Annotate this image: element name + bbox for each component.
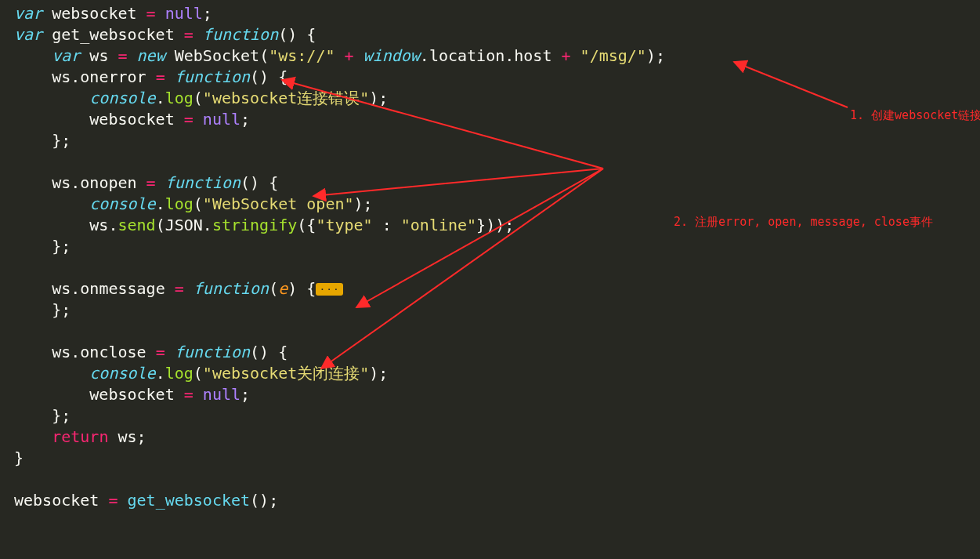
keyword-function: function (175, 343, 250, 361)
builtin-window: window (363, 46, 420, 65)
builtin-console: console (89, 194, 155, 213)
brace: { (278, 343, 287, 361)
string: "/msg/" (580, 46, 646, 65)
punct: : (382, 216, 392, 234)
param: e (278, 279, 287, 298)
punct: . (504, 46, 514, 65)
punct: . (71, 343, 80, 361)
ident: ws (52, 279, 71, 298)
string: "WebSocket open" (203, 194, 354, 213)
keyword-new: new (137, 46, 165, 65)
keyword-function: function (193, 279, 269, 298)
punct: ; (203, 4, 212, 23)
punct: . (203, 216, 212, 234)
ident: ws (52, 67, 71, 86)
prop: onopen (80, 173, 136, 192)
fn-call: get_websocket (128, 491, 251, 510)
paren: ) (287, 279, 297, 298)
brace: }; (52, 131, 71, 150)
punct: . (108, 216, 118, 234)
string: "websocket连接错误" (203, 89, 369, 107)
operator: = (156, 67, 165, 86)
method: stringify (212, 216, 297, 234)
operator: + (562, 46, 571, 65)
punct: ; (240, 385, 250, 404)
ident: websocket (89, 110, 174, 129)
prop: host (514, 46, 551, 65)
prop: onmessage (80, 279, 165, 298)
paren: () (240, 173, 259, 192)
method: log (165, 194, 193, 213)
paren: ( (193, 194, 203, 213)
annotation-1: 1. 创建websocket链接 (850, 108, 980, 123)
ident: ws (89, 46, 108, 65)
paren: () (250, 343, 269, 361)
brace: { (306, 25, 316, 44)
brace: }; (52, 237, 71, 256)
literal-null: null (203, 110, 240, 129)
ident: websocket (14, 491, 99, 510)
paren: ); (369, 364, 388, 383)
paren: ( (193, 89, 203, 107)
keyword-function: function (175, 67, 250, 86)
string: "websocket关闭连接" (203, 364, 369, 383)
ident: ws (118, 427, 136, 446)
paren: })); (476, 216, 514, 234)
punct: . (156, 89, 165, 107)
operator: = (156, 343, 165, 361)
paren: ); (646, 46, 665, 65)
keyword-return: return (52, 427, 108, 446)
ident: websocket (89, 385, 174, 404)
operator: + (345, 46, 354, 65)
punct: ; (137, 427, 146, 446)
method: log (165, 364, 193, 383)
paren: ( (269, 279, 278, 298)
method: log (165, 89, 193, 107)
literal-null: null (203, 385, 240, 404)
string: "type" (316, 216, 372, 234)
keyword-function: function (165, 173, 240, 192)
operator: = (108, 491, 118, 510)
punct: . (71, 279, 80, 298)
punct: . (420, 46, 429, 65)
paren: ( (193, 364, 203, 383)
brace: }; (52, 406, 71, 425)
builtin-console: console (89, 89, 155, 107)
class-name: WebSocket (175, 46, 259, 65)
brace: { (269, 173, 278, 192)
punct: . (156, 194, 165, 213)
operator: = (184, 110, 193, 129)
ident: ws (52, 343, 71, 361)
method: send (118, 216, 155, 234)
code-block[interactable]: var websocket = null; var get_websocket … (14, 3, 665, 511)
fold-marker-icon[interactable]: ··· (316, 283, 342, 296)
prop: onclose (80, 343, 146, 361)
brace: } (14, 448, 24, 467)
paren: (); (250, 491, 278, 510)
operator: = (184, 385, 193, 404)
punct: . (156, 364, 165, 383)
punct: ; (240, 110, 250, 129)
prop: onerror (80, 67, 146, 86)
ident: get_websocket (52, 25, 175, 44)
prop: location (429, 46, 504, 65)
brace: { (278, 67, 287, 86)
string: "online" (401, 216, 476, 234)
paren: ); (354, 194, 373, 213)
brace: { (306, 279, 316, 298)
keyword-function: function (203, 25, 278, 44)
brace: }; (52, 300, 71, 319)
builtin-console: console (89, 364, 155, 383)
operator: = (184, 25, 193, 44)
paren: ( (156, 216, 165, 234)
operator: = (146, 4, 156, 23)
punct: . (71, 67, 80, 86)
annotation-2: 2. 注册error, open, message, close事件 (674, 215, 933, 230)
operator: = (118, 46, 127, 65)
ident: ws (52, 173, 71, 192)
keyword-var: var (52, 46, 80, 65)
paren: ({ (297, 216, 316, 234)
string: "ws://" (269, 46, 335, 65)
svg-line-0 (734, 62, 848, 107)
keyword-var: var (14, 4, 42, 23)
